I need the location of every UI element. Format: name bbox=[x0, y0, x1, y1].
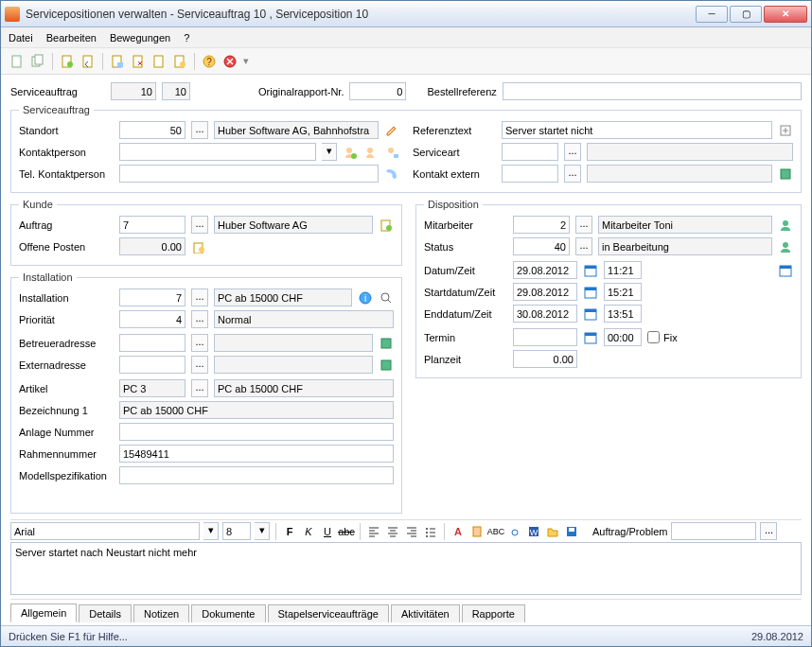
betreuer-field[interactable] bbox=[119, 334, 185, 352]
auftragproblem-lookup[interactable]: ... bbox=[760, 522, 777, 540]
calendar3-icon[interactable] bbox=[583, 285, 598, 300]
font-select[interactable] bbox=[10, 522, 200, 540]
endzeit-field[interactable] bbox=[604, 305, 642, 323]
menu-bewegungen[interactable]: Bewegungen bbox=[110, 32, 170, 44]
kontaktperson-field[interactable] bbox=[119, 143, 316, 161]
serviceauftrag-b-field[interactable] bbox=[162, 82, 190, 100]
menu-datei[interactable]: Datei bbox=[9, 32, 33, 44]
referenztext-field[interactable] bbox=[502, 121, 772, 139]
tool-doc2-icon[interactable] bbox=[79, 53, 97, 70]
search-icon[interactable] bbox=[379, 290, 394, 306]
calendar-icon[interactable] bbox=[583, 263, 598, 278]
tab-stapel[interactable]: Stapelserviceaufträge bbox=[268, 604, 389, 622]
italic-icon[interactable]: K bbox=[301, 524, 316, 539]
prioritaet-field[interactable] bbox=[119, 310, 185, 328]
person-add-icon[interactable] bbox=[343, 145, 358, 160]
calendar5-icon[interactable] bbox=[583, 330, 598, 345]
kontaktextern-lookup[interactable]: ... bbox=[564, 165, 581, 183]
standort-lookup[interactable]: ... bbox=[191, 121, 208, 139]
kontaktextern-field[interactable] bbox=[502, 165, 558, 183]
extern-field[interactable] bbox=[119, 356, 185, 374]
enddatum-field[interactable] bbox=[513, 305, 577, 323]
fontsize-dropdown[interactable]: ▾ bbox=[255, 522, 270, 540]
bestellreferenz-field[interactable] bbox=[503, 82, 802, 100]
paste-icon[interactable] bbox=[469, 524, 485, 539]
open-icon[interactable] bbox=[545, 524, 560, 539]
serviceart-field[interactable] bbox=[502, 143, 558, 161]
info-icon[interactable]: i bbox=[358, 290, 373, 306]
modell-field[interactable] bbox=[119, 466, 394, 484]
serviceart-lookup[interactable]: ... bbox=[564, 143, 581, 161]
underline-icon[interactable]: U bbox=[320, 524, 335, 539]
bold-icon[interactable]: F bbox=[282, 524, 297, 539]
status-field[interactable] bbox=[513, 237, 570, 255]
installation-lookup[interactable]: ... bbox=[191, 289, 208, 306]
book-icon[interactable] bbox=[778, 166, 793, 182]
minimize-button[interactable]: ─ bbox=[696, 6, 728, 23]
rahmen-field[interactable] bbox=[119, 445, 394, 463]
money-icon[interactable] bbox=[191, 239, 206, 254]
tab-dokumente[interactable]: Dokumente bbox=[191, 604, 265, 622]
auftragproblem-field[interactable] bbox=[671, 522, 756, 540]
fontcolor-icon[interactable]: A bbox=[450, 524, 466, 539]
rtf-body[interactable]: Server startet nach Neustart nicht mehr bbox=[10, 542, 802, 595]
zeit-field[interactable] bbox=[604, 261, 642, 279]
artikel-lookup[interactable]: ... bbox=[191, 379, 208, 397]
tab-rapporte[interactable]: Rapporte bbox=[462, 604, 525, 622]
startdatum-field[interactable] bbox=[513, 283, 577, 301]
tab-notizen[interactable]: Notizen bbox=[133, 604, 189, 622]
betreuer-lookup[interactable]: ... bbox=[191, 334, 208, 352]
serviceauftrag-a-field[interactable] bbox=[111, 82, 156, 100]
link-icon[interactable] bbox=[507, 524, 522, 539]
goto-icon[interactable] bbox=[379, 218, 394, 233]
person-copy-icon[interactable] bbox=[363, 145, 379, 160]
font-dropdown[interactable]: ▾ bbox=[203, 522, 219, 540]
book3-icon[interactable] bbox=[379, 358, 394, 373]
expand-icon[interactable] bbox=[778, 123, 793, 138]
calendar4-icon[interactable] bbox=[583, 306, 598, 322]
tel-field[interactable] bbox=[119, 165, 379, 183]
strike-icon[interactable]: abc bbox=[339, 524, 354, 539]
prioritaet-lookup[interactable]: ... bbox=[191, 310, 208, 328]
fix-checkbox[interactable]: Fix bbox=[647, 331, 678, 343]
mitarbeiter-field[interactable] bbox=[513, 216, 570, 234]
fontsize-select[interactable] bbox=[222, 522, 251, 540]
tool-help-icon[interactable]: ? bbox=[201, 53, 218, 70]
tool-doc6-icon[interactable] bbox=[171, 53, 188, 70]
edit-icon[interactable] bbox=[384, 123, 399, 138]
tab-allgemein[interactable]: Allgemein bbox=[10, 603, 77, 622]
status-lookup[interactable]: ... bbox=[575, 237, 592, 255]
tool-doc4-icon[interactable] bbox=[130, 53, 147, 70]
tool-doc5-icon[interactable] bbox=[150, 53, 168, 70]
mitarbeiter-lookup[interactable]: ... bbox=[575, 216, 592, 234]
spellcheck-icon[interactable]: ABC bbox=[488, 524, 503, 539]
person-del-icon[interactable] bbox=[384, 145, 399, 160]
tool-doc3-icon[interactable] bbox=[109, 53, 126, 70]
termin-field[interactable] bbox=[513, 328, 577, 346]
tool-copy-icon[interactable] bbox=[29, 53, 46, 70]
maximize-button[interactable]: ▢ bbox=[730, 6, 762, 23]
extern-lookup[interactable]: ... bbox=[191, 356, 208, 374]
tool-new-icon[interactable] bbox=[9, 53, 26, 70]
tool-delete-icon[interactable] bbox=[221, 53, 238, 70]
terminzeit-field[interactable] bbox=[604, 328, 642, 346]
align-left-icon[interactable] bbox=[366, 524, 381, 539]
menu-bearbeiten[interactable]: Bearbeiten bbox=[46, 32, 97, 44]
startzeit-field[interactable] bbox=[604, 283, 642, 301]
align-center-icon[interactable] bbox=[385, 524, 400, 539]
person2-icon[interactable] bbox=[778, 239, 793, 254]
align-right-icon[interactable] bbox=[404, 524, 419, 539]
word-icon[interactable]: W bbox=[526, 524, 541, 539]
book2-icon[interactable] bbox=[379, 336, 394, 351]
list-icon[interactable] bbox=[423, 524, 438, 539]
calendar2-icon[interactable] bbox=[778, 263, 793, 278]
anlage-field[interactable] bbox=[119, 423, 394, 441]
toolbar-dropdown-icon[interactable]: ▾ bbox=[242, 55, 250, 67]
tab-details[interactable]: Details bbox=[79, 604, 132, 622]
auftrag-lookup[interactable]: ... bbox=[191, 216, 208, 234]
standort-field[interactable] bbox=[119, 121, 185, 139]
menu-help[interactable]: ? bbox=[184, 32, 189, 44]
close-button[interactable]: ✕ bbox=[764, 6, 807, 23]
auftrag-field[interactable] bbox=[119, 216, 185, 234]
datum-field[interactable] bbox=[513, 261, 577, 279]
